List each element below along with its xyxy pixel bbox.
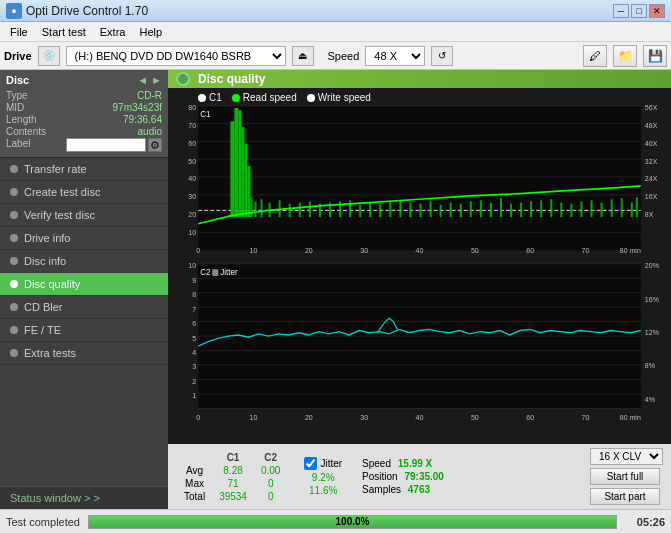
start-full-button[interactable]: Start full <box>590 468 660 485</box>
svg-rect-44 <box>510 204 512 217</box>
disc-arrows[interactable]: ◄ ► <box>137 74 162 86</box>
disc-mid-key: MID <box>6 102 24 113</box>
svg-text:10: 10 <box>250 412 258 421</box>
nav-drive-info[interactable]: Drive info <box>0 227 168 250</box>
svg-rect-56 <box>631 203 633 217</box>
svg-text:10: 10 <box>188 228 196 237</box>
nav-create-test-disc[interactable]: Create test disc <box>0 181 168 204</box>
minimize-button[interactable]: ─ <box>613 4 629 18</box>
svg-text:70: 70 <box>188 121 196 130</box>
svg-rect-33 <box>399 200 401 217</box>
svg-text:1: 1 <box>192 391 196 400</box>
nav-fe-te[interactable]: FE / TE <box>0 319 168 342</box>
svg-rect-19 <box>261 199 263 217</box>
jitter-stats: Jitter 9.2% 11.6% <box>304 457 342 496</box>
svg-text:20%: 20% <box>645 261 659 270</box>
svg-rect-49 <box>560 203 562 217</box>
stats-max-c2: 0 <box>255 478 286 489</box>
svg-text:C1: C1 <box>200 109 211 119</box>
svg-text:80: 80 <box>188 103 196 112</box>
svg-text:50: 50 <box>471 412 479 421</box>
svg-rect-29 <box>359 205 361 217</box>
status-window-button[interactable]: Status window > > <box>0 486 168 509</box>
stats-total-label: Total <box>178 491 211 502</box>
svg-rect-15 <box>244 144 247 217</box>
svg-text:30: 30 <box>188 192 196 201</box>
action-area: 16 X CLV Start full Start part <box>590 448 663 505</box>
charts-svg: 80 70 60 50 40 30 20 10 56X 48X 40X 32X … <box>168 88 671 444</box>
svg-rect-24 <box>309 201 311 217</box>
position-value: 79:35.00 <box>404 471 443 482</box>
drive-label: Drive <box>4 50 32 62</box>
svg-rect-46 <box>530 201 532 217</box>
svg-rect-35 <box>420 204 422 217</box>
action-icon-2[interactable]: 📁 <box>613 45 637 67</box>
refresh-icon[interactable]: ↺ <box>431 46 453 66</box>
disc-info-section: Disc ◄ ► Type CD-R MID 97m34s23f Length … <box>0 70 168 158</box>
speed-value: 15.99 X <box>398 458 432 469</box>
legend-c1: C1 <box>198 92 222 103</box>
maximize-button[interactable]: □ <box>631 4 647 18</box>
disc-type-key: Type <box>6 90 28 101</box>
nav-cd-bler[interactable]: CD Bler <box>0 296 168 319</box>
action-icon-1[interactable]: 🖊 <box>583 45 607 67</box>
save-icon[interactable]: 💾 <box>643 45 667 67</box>
svg-text:4: 4 <box>192 348 196 357</box>
svg-rect-50 <box>570 204 572 217</box>
app-icon: ● <box>6 3 22 19</box>
svg-text:70: 70 <box>582 245 590 254</box>
drive-select[interactable]: (H:) BENQ DVD DD DW1640 BSRB <box>66 46 286 66</box>
svg-text:9: 9 <box>192 275 196 284</box>
position-info-row: Position 79:35.00 <box>362 471 444 482</box>
svg-text:24X: 24X <box>645 174 658 183</box>
nav-dot <box>10 257 18 265</box>
svg-text:40: 40 <box>416 412 424 421</box>
svg-rect-32 <box>389 201 391 217</box>
jitter-checkbox[interactable] <box>304 457 317 470</box>
svg-text:80 min: 80 min <box>620 245 641 254</box>
nav-disc-quality[interactable]: Disc quality <box>0 273 168 296</box>
nav-extra-tests[interactable]: Extra tests <box>0 342 168 365</box>
svg-rect-17 <box>250 197 252 217</box>
svg-text:30: 30 <box>360 245 368 254</box>
nav-verify-test-disc[interactable]: Verify test disc <box>0 204 168 227</box>
svg-rect-39 <box>460 204 462 217</box>
jitter-label: Jitter <box>320 458 342 469</box>
start-part-button[interactable]: Start part <box>590 488 660 505</box>
menu-help[interactable]: Help <box>133 24 168 40</box>
nav-transfer-rate[interactable]: Transfer rate <box>0 158 168 181</box>
menu-extra[interactable]: Extra <box>94 24 132 40</box>
nav-disc-info[interactable]: Disc info <box>0 250 168 273</box>
disc-label-icon[interactable]: ⚙ <box>148 138 162 152</box>
svg-text:8%: 8% <box>645 361 656 370</box>
stats-total-c2: 0 <box>255 491 286 502</box>
clv-speed-select[interactable]: 16 X CLV <box>590 448 663 465</box>
disc-label-input[interactable] <box>66 138 146 152</box>
stats-avg-c1: 8.28 <box>213 465 253 476</box>
chart-title: Disc quality <box>198 72 265 86</box>
speed-select[interactable]: 48 X <box>365 46 425 66</box>
svg-text:60: 60 <box>526 412 534 421</box>
stats-max-label: Max <box>178 478 211 489</box>
svg-text:2: 2 <box>192 377 196 386</box>
svg-text:Jitter: Jitter <box>220 267 238 277</box>
svg-rect-41 <box>480 200 482 217</box>
legend-read-dot <box>232 94 240 102</box>
svg-rect-47 <box>540 200 542 217</box>
svg-text:12%: 12% <box>645 328 659 337</box>
eject-icon[interactable]: ⏏ <box>292 46 314 66</box>
close-button[interactable]: ✕ <box>649 4 665 18</box>
status-time: 05:26 <box>625 516 665 528</box>
menu-file[interactable]: File <box>4 24 34 40</box>
stats-table: C1 C2 Avg 8.28 0.00 Max 71 0 <box>176 450 288 504</box>
right-panel: Disc quality C1 Read speed Write speed <box>168 70 671 509</box>
position-label: Position <box>362 471 398 482</box>
legend-c1-dot <box>198 94 206 102</box>
menu-start-test[interactable]: Start test <box>36 24 92 40</box>
svg-text:4%: 4% <box>645 394 656 403</box>
stats-max-c1: 71 <box>213 478 253 489</box>
stats-row-max: Max 71 0 <box>178 478 286 489</box>
speed-info-row: Speed 15.99 X <box>362 458 444 469</box>
titlebar-controls[interactable]: ─ □ ✕ <box>613 4 665 18</box>
stats-header-empty <box>178 452 211 463</box>
